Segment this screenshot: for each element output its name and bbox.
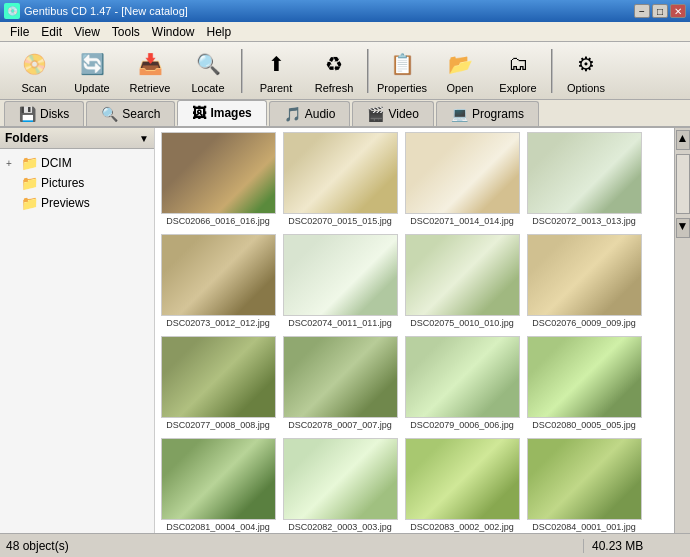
parent-button[interactable]: ⬆ Parent [248, 46, 304, 96]
open-icon: 📂 [444, 48, 476, 80]
menu-help[interactable]: Help [201, 23, 238, 41]
properties-button[interactable]: 📋 Properties [374, 46, 430, 96]
image-filename: DSC02083_0002_002.jpg [410, 522, 514, 532]
parent-label: Parent [260, 82, 292, 94]
folder-item-dcim[interactable]: + 📁 DCIM [4, 153, 150, 173]
folders-label: Folders [5, 131, 48, 145]
toolbar-separator-2 [367, 49, 369, 93]
open-label: Open [447, 82, 474, 94]
image-filename: DSC02074_0011_011.jpg [288, 318, 392, 328]
image-cell[interactable]: DSC02070_0015_015.jpg [281, 132, 399, 226]
folders-dropdown[interactable]: ▼ [139, 133, 149, 144]
disks-tab-label: Disks [40, 107, 69, 121]
image-cell[interactable]: DSC02081_0004_004.jpg [159, 438, 277, 532]
image-cell[interactable]: DSC02073_0012_012.jpg [159, 234, 277, 328]
menu-view[interactable]: View [68, 23, 106, 41]
image-cell[interactable]: DSC02080_0005_005.jpg [525, 336, 643, 430]
title-bar-controls: − □ ✕ [634, 4, 686, 18]
options-button[interactable]: ⚙ Options [558, 46, 614, 96]
properties-icon: 📋 [386, 48, 418, 80]
refresh-icon: ♻ [318, 48, 350, 80]
title-bar: 💿 Gentibus CD 1.47 - [New catalog] − □ ✕ [0, 0, 690, 22]
sidebar: Folders ▼ + 📁 DCIM 📁 Pictures 📁 Previews [0, 128, 155, 533]
image-filename: DSC02066_0016_016.jpg [166, 216, 270, 226]
image-filename: DSC02078_0007_007.jpg [288, 420, 392, 430]
image-filename: DSC02076_0009_009.jpg [532, 318, 636, 328]
content-area[interactable]: DSC02066_0016_016.jpgDSC02070_0015_015.j… [155, 128, 674, 533]
disks-tab-icon: 💾 [19, 106, 36, 122]
explore-label: Explore [499, 82, 536, 94]
image-filename: DSC02070_0015_015.jpg [288, 216, 392, 226]
tab-audio[interactable]: 🎵 Audio [269, 101, 351, 126]
properties-label: Properties [377, 82, 427, 94]
image-cell[interactable]: DSC02075_0010_010.jpg [403, 234, 521, 328]
image-cell[interactable]: DSC02083_0002_002.jpg [403, 438, 521, 532]
minimize-button[interactable]: − [634, 4, 650, 18]
image-cell[interactable]: DSC02066_0016_016.jpg [159, 132, 277, 226]
tab-search[interactable]: 🔍 Search [86, 101, 175, 126]
folder-item-pictures[interactable]: 📁 Pictures [4, 173, 150, 193]
maximize-button[interactable]: □ [652, 4, 668, 18]
image-cell[interactable]: DSC02076_0009_009.jpg [525, 234, 643, 328]
image-thumbnail [283, 336, 398, 418]
folder-tree: + 📁 DCIM 📁 Pictures 📁 Previews [0, 149, 154, 533]
window-title: Gentibus CD 1.47 - [New catalog] [24, 5, 188, 17]
retrieve-button[interactable]: 📥 Retrieve [122, 46, 178, 96]
image-thumbnail [527, 234, 642, 316]
tab-images[interactable]: 🖼 Images [177, 100, 266, 126]
image-filename: DSC02082_0003_003.jpg [288, 522, 392, 532]
pictures-folder-name: Pictures [41, 176, 84, 190]
menu-window[interactable]: Window [146, 23, 201, 41]
image-cell[interactable]: DSC02072_0013_013.jpg [525, 132, 643, 226]
images-tab-label: Images [210, 106, 251, 120]
pictures-folder-icon: 📁 [21, 175, 38, 191]
close-button[interactable]: ✕ [670, 4, 686, 18]
refresh-label: Refresh [315, 82, 354, 94]
image-cell[interactable]: DSC02074_0011_011.jpg [281, 234, 399, 328]
dcim-folder-name: DCIM [41, 156, 72, 170]
explore-button[interactable]: 🗂 Explore [490, 46, 546, 96]
image-thumbnail [405, 234, 520, 316]
video-tab-icon: 🎬 [367, 106, 384, 122]
menu-file[interactable]: File [4, 23, 35, 41]
tab-disks[interactable]: 💾 Disks [4, 101, 84, 126]
file-size-text: 40.23 MB [592, 539, 643, 553]
status-object-count: 48 object(s) [6, 539, 584, 553]
open-button[interactable]: 📂 Open [432, 46, 488, 96]
menu-edit[interactable]: Edit [35, 23, 68, 41]
refresh-button[interactable]: ♻ Refresh [306, 46, 362, 96]
app-icon: 💿 [4, 3, 20, 19]
title-bar-left: 💿 Gentibus CD 1.47 - [New catalog] [4, 3, 188, 19]
image-cell[interactable]: DSC02084_0001_001.jpg [525, 438, 643, 532]
scrollbar[interactable]: ▲ ▼ [674, 128, 690, 533]
image-cell[interactable]: DSC02078_0007_007.jpg [281, 336, 399, 430]
image-thumbnail [527, 336, 642, 418]
image-thumbnail [527, 132, 642, 214]
menu-tools[interactable]: Tools [106, 23, 146, 41]
image-thumbnail [161, 132, 276, 214]
programs-tab-icon: 💻 [451, 106, 468, 122]
image-thumbnail [161, 438, 276, 520]
image-filename: DSC02084_0001_001.jpg [532, 522, 636, 532]
image-cell[interactable]: DSC02077_0008_008.jpg [159, 336, 277, 430]
retrieve-icon: 📥 [134, 48, 166, 80]
update-icon: 🔄 [76, 48, 108, 80]
scan-button[interactable]: 📀 Scan [6, 46, 62, 96]
toolbar-separator-1 [241, 49, 243, 93]
parent-icon: ⬆ [260, 48, 292, 80]
audio-tab-icon: 🎵 [284, 106, 301, 122]
update-button[interactable]: 🔄 Update [64, 46, 120, 96]
options-label: Options [567, 82, 605, 94]
tab-video[interactable]: 🎬 Video [352, 101, 433, 126]
image-cell[interactable]: DSC02071_0014_014.jpg [403, 132, 521, 226]
explore-icon: 🗂 [502, 48, 534, 80]
update-label: Update [74, 82, 109, 94]
image-row-2: DSC02077_0008_008.jpgDSC02078_0007_007.j… [159, 336, 670, 430]
image-cell[interactable]: DSC02079_0006_006.jpg [403, 336, 521, 430]
folder-item-previews[interactable]: 📁 Previews [4, 193, 150, 213]
tab-programs[interactable]: 💻 Programs [436, 101, 539, 126]
locate-button[interactable]: 🔍 Locate [180, 46, 236, 96]
image-thumbnail [283, 234, 398, 316]
image-filename: DSC02080_0005_005.jpg [532, 420, 636, 430]
image-cell[interactable]: DSC02082_0003_003.jpg [281, 438, 399, 532]
